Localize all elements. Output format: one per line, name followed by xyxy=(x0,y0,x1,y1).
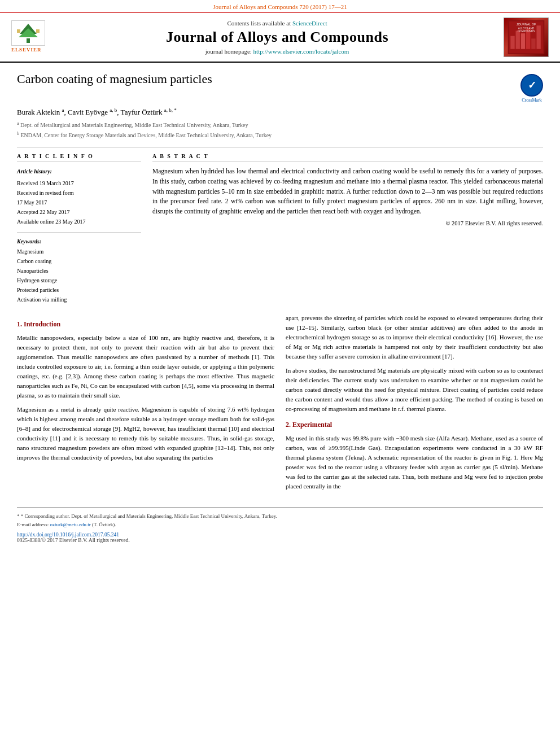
svg-rect-9 xyxy=(521,33,525,49)
journal-cover-image: JOURNAL OF ALLOYS AND COMPOUNDS xyxy=(504,18,549,57)
svg-rect-0 xyxy=(27,38,30,43)
info-abstract-section: A R T I C L E I N F O Article history: R… xyxy=(17,147,543,304)
svg-rect-12 xyxy=(536,25,540,49)
abstract-text: Magnesium when hydrided has low thermal … xyxy=(152,167,543,217)
experimental-number: 2. xyxy=(286,421,291,429)
main-content: Carbon coating of magnesium particles ✓ … xyxy=(0,63,560,554)
intro-paragraph-1: Metallic nanopowders, especially below a… xyxy=(17,333,274,400)
introduction-number: 1. xyxy=(17,320,22,328)
introduction-title: Introduction xyxy=(24,320,60,328)
email-label: E-mail address: xyxy=(17,522,49,527)
issn-line: 0925-8388/© 2017 Elsevier B.V. All right… xyxy=(17,538,543,543)
journal-reference-text: Journal of Alloys and Compounds 720 (201… xyxy=(213,3,347,10)
email-attribution: (T. Öztürk). xyxy=(92,522,116,527)
crossmark-label: CrossMark xyxy=(522,98,542,103)
keyword-1: Magnesium xyxy=(17,247,141,256)
affiliation-a: a Dept. of Metallurgical and Materials E… xyxy=(17,120,543,130)
corresponding-author-note: * * Corresponding author. Dept. of Metal… xyxy=(17,512,543,520)
body-left-column: 1. Introduction Metallic nanopowders, es… xyxy=(17,313,274,496)
elsevier-logo: ELSEVIER xyxy=(11,20,56,54)
history-label: Article history: xyxy=(17,167,141,176)
article-info-label: A R T I C L E I N F O xyxy=(17,153,141,162)
right-intro-paragraph-2: In above studies, the nanostructured Mg … xyxy=(286,366,543,414)
crossmark-badge[interactable]: ✓ xyxy=(520,74,543,97)
contents-label: Contents lists available at xyxy=(227,20,291,27)
svg-text:COMPOUNDS: COMPOUNDS xyxy=(518,30,535,33)
svg-rect-8 xyxy=(516,30,520,49)
body-content: 1. Introduction Metallic nanopowders, es… xyxy=(17,313,543,496)
journal-homepage-line: journal homepage: http://www.elsevier.co… xyxy=(56,48,498,55)
affiliations: a Dept. of Metallurgical and Materials E… xyxy=(17,120,543,140)
elsevier-logo-box xyxy=(11,20,45,46)
journal-reference-header: Journal of Alloys and Compounds 720 (201… xyxy=(0,0,560,13)
homepage-label: journal homepage: xyxy=(205,48,252,55)
abstract-column: A B S T R A C T Magnesium when hydrided … xyxy=(152,153,543,304)
journal-banner: ELSEVIER Contents lists available at Sci… xyxy=(0,13,560,63)
experimental-title: Experimental xyxy=(292,421,332,429)
introduction-heading: 1. Introduction xyxy=(17,319,274,330)
journal-title: Journal of Alloys and Compounds xyxy=(56,29,498,46)
elsevier-tree-icon xyxy=(14,23,42,44)
keyword-3: Nanoparticles xyxy=(17,266,141,276)
author-email-link[interactable]: ozturk@metu.edu.tr xyxy=(50,522,90,527)
article-title: Carbon coating of magnesium particles xyxy=(17,72,212,86)
author-3: Tayfur Öztürk a, b, * xyxy=(121,108,177,116)
experimental-heading: 2. Experimental xyxy=(286,420,543,430)
affiliation-b: b ENDAM, Center for Energy Storage Mater… xyxy=(17,130,543,140)
article-history: Article history: Received 19 March 2017 … xyxy=(17,167,141,226)
cover-graphic: JOURNAL OF ALLOYS AND COMPOUNDS xyxy=(506,20,546,54)
keyword-6: Activation via milling xyxy=(17,295,141,304)
email-line: E-mail address: ozturk@metu.edu.tr (T. Ö… xyxy=(17,521,543,528)
keywords-label: Keywords: xyxy=(17,238,141,244)
svg-rect-4 xyxy=(36,29,40,33)
author-2: Cavit Eyövge a, b xyxy=(68,108,117,116)
svg-rect-11 xyxy=(531,38,535,49)
contents-available-line: Contents lists available at ScienceDirec… xyxy=(56,20,498,27)
accepted-date: Accepted 22 May 2017 xyxy=(17,207,141,217)
received-date: Received 19 March 2017 xyxy=(17,178,141,188)
keyword-4: Hydrogen storage xyxy=(17,276,141,285)
intro-paragraph-2: Magnesium as a metal is already quite re… xyxy=(17,405,274,462)
svg-text:JOURNAL OF: JOURNAL OF xyxy=(517,23,536,26)
svg-rect-3 xyxy=(17,29,20,33)
sciencedirect-link[interactable]: ScienceDirect xyxy=(292,20,327,27)
crossmark-section[interactable]: ✓ CrossMark xyxy=(520,74,543,103)
abstract-label: A B S T R A C T xyxy=(152,153,543,162)
homepage-link[interactable]: http://www.elsevier.com/locate/jalcom xyxy=(253,48,349,55)
received-revised-date: 17 May 2017 xyxy=(17,198,141,207)
doi-link[interactable]: http://dx.doi.org/10.1016/j.jallcom.2017… xyxy=(17,532,119,538)
doi-section: http://dx.doi.org/10.1016/j.jallcom.2017… xyxy=(17,532,543,538)
svg-rect-7 xyxy=(510,36,514,49)
available-date: Available online 23 May 2017 xyxy=(17,217,141,226)
right-intro-paragraph-1: apart, prevents the sintering of particl… xyxy=(286,313,543,361)
keywords-section: Keywords: Magnesium Carbon coating Nanop… xyxy=(17,238,141,304)
experimental-paragraph-1: Mg used in this study was 99.8% pure wit… xyxy=(286,434,543,491)
svg-text:ALLOYS AND: ALLOYS AND xyxy=(518,27,535,30)
divider xyxy=(17,232,141,233)
body-right-column: apart, prevents the sintering of particl… xyxy=(286,313,543,496)
keyword-2: Carbon coating xyxy=(17,256,141,266)
journal-cover-logo: JOURNAL OF ALLOYS AND COMPOUNDS xyxy=(498,18,549,57)
article-footer: * * Corresponding author. Dept. of Metal… xyxy=(17,507,543,543)
copyright-notice: © 2017 Elsevier B.V. All rights reserved… xyxy=(152,220,543,226)
keyword-5: Protected particles xyxy=(17,285,141,295)
article-info-column: A R T I C L E I N F O Article history: R… xyxy=(17,153,141,304)
author-1: Burak Aktekin a xyxy=(17,108,64,116)
article-title-row: Carbon coating of magnesium particles ✓ … xyxy=(17,72,543,103)
elsevier-brand-text: ELSEVIER xyxy=(11,47,56,53)
journal-center-section: Contents lists available at ScienceDirec… xyxy=(56,20,498,55)
received-revised-label: Received in revised form xyxy=(17,188,141,198)
authors-line: Burak Aktekin a, Cavit Eyövge a, b, Tayf… xyxy=(17,107,543,117)
